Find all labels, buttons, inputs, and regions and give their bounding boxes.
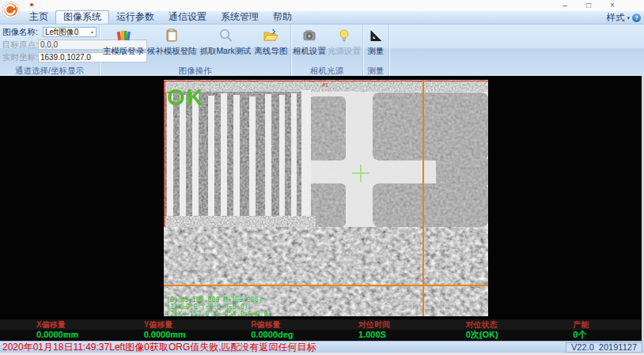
metric-value: 0.0000mm: [36, 330, 108, 340]
version-badge: V22.0 20191127: [566, 342, 642, 353]
button-label: 抓取Mark测试: [199, 46, 251, 57]
target-origin-label: 目标原点:: [2, 40, 38, 51]
button-label: 光源设置: [328, 46, 361, 57]
menu-tabs: 主页 图像系统 运行参数 通信设置 系统管理 帮助: [22, 10, 299, 24]
style-control[interactable]: 样式 ▾ ?: [606, 12, 641, 24]
magnifier-icon: [218, 27, 233, 44]
button-label: 测量: [368, 46, 385, 57]
group-caption-measure: 测量: [363, 65, 388, 76]
group-caption-camera-light: 相机光源: [291, 65, 362, 76]
grab-mark-test-button[interactable]: 抓取Mark测试: [199, 27, 251, 57]
button-label: 候补模板登陆: [147, 46, 197, 57]
camera-view[interactable]: #1 OK (0)倍S=100.000 M=100.000) (1)X=0.0 …: [164, 80, 488, 316]
metric-throughput: 产能 0个: [536, 319, 644, 341]
metric-r-offset: R偏移量 0.0000deg: [214, 319, 322, 341]
offline-map-button[interactable]: 离线导图: [254, 27, 287, 57]
message-bar: 2020年01月18日11:49:37Left图像0获取ORG值失败,匹配没有返…: [0, 341, 644, 353]
button-label: 主模版登录: [103, 46, 145, 57]
camera-settings-button[interactable]: 相机设置: [293, 27, 326, 57]
quick-access-dot: [30, 3, 33, 6]
status-metrics-bar: X偏移量 0.0000mm Y偏移量 0.0000mm R偏移量 0.0000d…: [0, 319, 644, 341]
app-logo-icon[interactable]: [2, 1, 20, 19]
tab-system-manage[interactable]: 系统管理: [214, 10, 266, 24]
group-measure: 测量 测量: [363, 25, 389, 76]
close-icon[interactable]: ×: [608, 0, 617, 11]
menu-bar: 主页 图像系统 运行参数 通信设置 系统管理 帮助 样式 ▾ ?: [0, 11, 644, 25]
tab-image-system[interactable]: 图像系统: [55, 10, 109, 24]
live-coords-label: 实时坐标:: [2, 52, 38, 63]
tab-home[interactable]: 主页: [22, 10, 55, 24]
window-controls: – □ ×: [560, 0, 617, 11]
ok-status-label: OK: [167, 85, 205, 110]
metric-align-time: 对位时间 1.000S: [322, 319, 430, 341]
metric-label: R偏移量: [251, 319, 322, 330]
metric-align-status: 对位状态 0次(OK): [430, 319, 537, 341]
roi-tag: #1: [322, 82, 328, 88]
metric-value: 0次(OK): [466, 330, 537, 340]
bulb-icon: [336, 27, 352, 44]
error-message-text: 2020年01月18日11:49:37Left图像0获取ORG值失败,匹配没有返…: [2, 342, 316, 353]
film-grain: [164, 80, 488, 316]
metric-value: 0个: [573, 330, 644, 340]
clipboard-icon: [164, 27, 180, 44]
application-window: – □ × 主页 图像系统 运行参数 通信设置 系统管理 帮助 样式 ▾ ?: [0, 0, 644, 355]
group-caption-channel: 通道选择/坐标显示: [0, 65, 99, 76]
backup-template-login-button[interactable]: 候补模板登陆: [147, 27, 197, 57]
image-stage: #1 OK (0)倍S=100.000 M=100.000) (1)X=0.0 …: [0, 76, 644, 341]
image-name-value: Left图像0: [44, 27, 89, 38]
setsquare-icon: [368, 27, 384, 44]
camera-icon: [301, 27, 317, 44]
minimize-icon[interactable]: –: [560, 0, 570, 11]
metric-value: 0.0000deg: [251, 330, 322, 340]
group-image-ops: 主模版登录 候补模板登陆: [100, 25, 291, 76]
metric-value: 1.000S: [358, 330, 430, 340]
metric-y-offset: Y偏移量 0.0000mm: [108, 319, 215, 341]
metric-label: X偏移量: [36, 319, 108, 330]
folder-icon: [263, 27, 278, 44]
metric-value: 0.0000mm: [144, 330, 215, 340]
main-template-login-button[interactable]: 主模版登录: [103, 27, 145, 57]
metric-x-offset: X偏移量 0.0000mm: [0, 319, 108, 341]
ribbon: 图像名称: Left图像0 ▾ 目标原点: 实时坐标: 通道选择/坐标显示: [0, 25, 644, 76]
ribbon-filler: [389, 25, 644, 76]
image-name-label: 图像名称:: [2, 27, 43, 38]
tab-run-params[interactable]: 运行参数: [109, 10, 161, 24]
style-label: 样式: [606, 12, 624, 24]
metric-label: 对位状态: [466, 319, 537, 330]
title-bar: – □ ×: [0, 0, 644, 11]
maximize-icon[interactable]: □: [584, 0, 593, 11]
measure-button[interactable]: 测量: [368, 27, 385, 57]
combo-arrow-icon[interactable]: ▾: [89, 29, 96, 35]
group-channel-coords: 图像名称: Left图像0 ▾ 目标原点: 实时坐标: 通道选择/坐标显示: [0, 25, 100, 76]
image-name-select[interactable]: Left图像0 ▾: [43, 27, 97, 37]
help-icon[interactable]: ?: [632, 13, 641, 22]
button-label: 离线导图: [254, 46, 287, 57]
light-settings-button[interactable]: 光源设置: [328, 27, 361, 57]
metric-label: 对位时间: [358, 319, 430, 330]
tab-comm-settings[interactable]: 通信设置: [161, 10, 214, 24]
button-label: 相机设置: [293, 46, 326, 57]
metric-label: 产能: [573, 319, 644, 330]
metric-label: Y偏移量: [144, 319, 215, 330]
books-icon: [116, 27, 131, 44]
tab-help[interactable]: 帮助: [266, 10, 299, 24]
group-caption-image-ops: 图像操作: [100, 65, 290, 76]
group-camera-light: 相机设置 光源设置 相机光源: [291, 25, 363, 76]
chevron-down-icon: ▾: [627, 15, 630, 21]
overlay-line-3: (2)X=-157.0 Y=-254.0 R=0.0): [166, 310, 271, 316]
